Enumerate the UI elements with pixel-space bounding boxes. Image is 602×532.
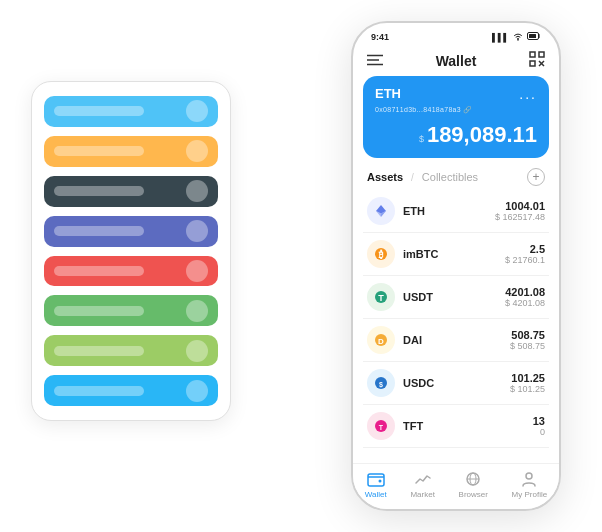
tft-token-amount: 13 — [533, 415, 545, 427]
svg-text:D: D — [378, 337, 384, 346]
scan-icon[interactable] — [529, 51, 545, 70]
usdt-token-icon: T — [367, 283, 395, 311]
assets-tabs-left: Assets / Collectibles — [367, 171, 478, 183]
card-icon — [186, 140, 208, 162]
asset-list: ETH 1004.01 $ 162517.48 ₿ imBTC 2.5 $ 21… — [353, 190, 559, 463]
card-bar — [54, 266, 144, 276]
card-blue[interactable] — [44, 96, 218, 127]
time-display: 9:41 — [371, 32, 389, 42]
asset-item-usdt[interactable]: T USDT 4201.08 $ 4201.08 — [363, 276, 549, 319]
eth-token-amount: 1004.01 — [495, 200, 545, 212]
svg-text:$: $ — [379, 381, 383, 389]
usdt-token-amounts: 4201.08 $ 4201.08 — [505, 286, 545, 308]
eth-token-amounts: 1004.01 $ 162517.48 — [495, 200, 545, 222]
tft-token-name: TFT — [403, 420, 533, 432]
asset-item-tft[interactable]: T TFT 13 0 — [363, 405, 549, 448]
card-bar — [54, 306, 144, 316]
svg-rect-5 — [530, 52, 535, 57]
card-icon — [186, 220, 208, 242]
asset-item-dai[interactable]: D DAI 508.75 $ 508.75 — [363, 319, 549, 362]
card-lightblue[interactable] — [44, 375, 218, 406]
card-dark[interactable] — [44, 176, 218, 207]
dai-token-amounts: 508.75 $ 508.75 — [510, 329, 545, 351]
card-icon — [186, 100, 208, 122]
card-icon — [186, 380, 208, 402]
card-bar — [54, 186, 144, 196]
card-icon — [186, 340, 208, 362]
asset-item-usdc[interactable]: $ USDC 101.25 $ 101.25 — [363, 362, 549, 405]
imbtc-token-name: imBTC — [403, 248, 505, 260]
eth-token-icon — [367, 197, 395, 225]
usdc-token-amounts: 101.25 $ 101.25 — [510, 372, 545, 394]
usdc-token-amount: 101.25 — [510, 372, 545, 384]
battery-icon — [527, 32, 541, 42]
tft-token-usd: 0 — [533, 427, 545, 437]
tab-collectibles[interactable]: Collectibles — [422, 171, 478, 183]
usdt-token-usd: $ 4201.08 — [505, 298, 545, 308]
card-red[interactable] — [44, 256, 218, 287]
imbtc-token-icon: ₿ — [367, 240, 395, 268]
page-title: Wallet — [436, 53, 477, 69]
profile-nav-icon — [519, 470, 539, 488]
eth-token-name: ETH — [403, 205, 495, 217]
scene: 9:41 ▌▌▌ — [21, 21, 581, 511]
eth-balance: 189,089.11 — [427, 122, 537, 148]
status-bar: 9:41 ▌▌▌ — [353, 23, 559, 47]
card-green[interactable] — [44, 295, 218, 326]
svg-point-28 — [526, 473, 532, 479]
eth-currency: $ — [419, 134, 424, 144]
phone: 9:41 ▌▌▌ — [351, 21, 561, 511]
usdt-token-amount: 4201.08 — [505, 286, 545, 298]
svg-rect-7 — [530, 61, 535, 66]
tft-token-icon: T — [367, 412, 395, 440]
eth-address: 0x08711d3b...8418a78a3 🔗 — [375, 106, 537, 114]
svg-text:T: T — [378, 293, 384, 303]
card-orange[interactable] — [44, 136, 218, 167]
nav-market[interactable]: Market — [410, 470, 434, 499]
nav-browser[interactable]: Browser — [459, 470, 488, 499]
imbtc-token-amount: 2.5 — [505, 243, 545, 255]
dai-token-usd: $ 508.75 — [510, 341, 545, 351]
wallet-nav-icon — [366, 470, 386, 488]
usdc-token-usd: $ 101.25 — [510, 384, 545, 394]
svg-rect-23 — [368, 474, 384, 486]
add-asset-button[interactable]: + — [527, 168, 545, 186]
card-purple[interactable] — [44, 216, 218, 247]
imbtc-token-amounts: 2.5 $ 21760.1 — [505, 243, 545, 265]
dai-token-name: DAI — [403, 334, 510, 346]
menu-icon[interactable] — [367, 53, 383, 69]
nav-profile[interactable]: My Profile — [512, 470, 548, 499]
bottom-nav: Wallet Market Browser — [353, 463, 559, 509]
browser-nav-icon — [463, 470, 483, 488]
left-panel — [31, 81, 231, 421]
card-lightgreen[interactable] — [44, 335, 218, 366]
dai-token-amount: 508.75 — [510, 329, 545, 341]
eth-card-label: ETH — [375, 86, 401, 101]
usdt-token-name: USDT — [403, 291, 505, 303]
market-nav-label: Market — [410, 490, 434, 499]
card-icon — [186, 180, 208, 202]
market-nav-icon — [413, 470, 433, 488]
phone-header: Wallet — [353, 47, 559, 76]
dai-token-icon: D — [367, 326, 395, 354]
tab-assets[interactable]: Assets — [367, 171, 403, 183]
card-icon — [186, 300, 208, 322]
tft-token-amounts: 13 0 — [533, 415, 545, 437]
profile-nav-label: My Profile — [512, 490, 548, 499]
signal-icon: ▌▌▌ — [492, 33, 509, 42]
card-bar — [54, 106, 144, 116]
svg-text:T: T — [379, 424, 384, 431]
imbtc-token-usd: $ 21760.1 — [505, 255, 545, 265]
nav-wallet[interactable]: Wallet — [365, 470, 387, 499]
svg-point-24 — [378, 480, 381, 483]
usdc-token-icon: $ — [367, 369, 395, 397]
eth-token-usd: $ 162517.48 — [495, 212, 545, 222]
eth-card[interactable]: ETH ... 0x08711d3b...8418a78a3 🔗 $ 189,0… — [363, 76, 549, 158]
tab-slash: / — [411, 172, 414, 183]
svg-rect-6 — [539, 52, 544, 57]
eth-card-menu[interactable]: ... — [519, 86, 537, 102]
svg-rect-1 — [529, 34, 536, 38]
asset-item-eth[interactable]: ETH 1004.01 $ 162517.48 — [363, 190, 549, 233]
asset-item-imbtc[interactable]: ₿ imBTC 2.5 $ 21760.1 — [363, 233, 549, 276]
usdc-token-name: USDC — [403, 377, 510, 389]
